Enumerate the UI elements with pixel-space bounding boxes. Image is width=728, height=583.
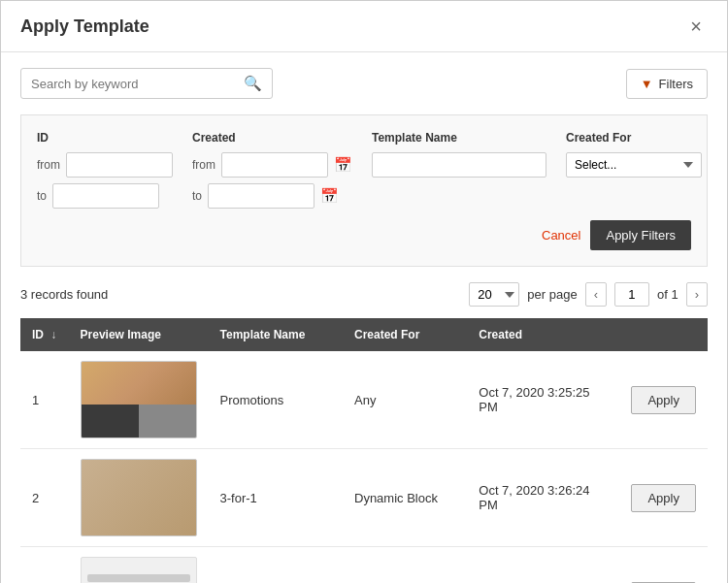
table-header-row: ID ↓ Preview Image Template Name Created… xyxy=(20,318,708,351)
per-page-label: per page xyxy=(527,287,577,302)
id-from-row: from xyxy=(37,152,173,178)
modal-body: 🔍 ▼ Filters ID from to xyxy=(1,52,727,583)
row-1-action: Apply xyxy=(619,351,708,449)
id-from-label: from xyxy=(37,158,60,172)
created-filter-group: Created from 📅 to 📅 xyxy=(192,131,352,209)
col-header-created: Created xyxy=(467,318,619,351)
id-filter-label: ID xyxy=(37,131,173,145)
created-from-input[interactable] xyxy=(221,152,328,178)
table-row: 3 column-lists Product Oct 7, 2020 3:28:… xyxy=(20,547,708,584)
row-2-preview-image xyxy=(81,459,197,536)
next-page-button[interactable]: › xyxy=(686,282,708,307)
search-button[interactable]: 🔍 xyxy=(244,75,262,92)
row-3-id: 3 xyxy=(20,547,69,584)
modal-title: Apply Template xyxy=(20,16,149,37)
row-3-action: Apply xyxy=(619,547,708,584)
close-button[interactable]: × xyxy=(684,15,708,38)
filter-actions: Cancel Apply Filters xyxy=(37,220,691,250)
col-header-template-name: Template Name xyxy=(209,318,343,351)
row-3-created: Oct 7, 2020 3:28:18 PM xyxy=(467,547,619,584)
col-header-preview: Preview Image xyxy=(69,318,209,351)
row-2-apply-button[interactable]: Apply xyxy=(631,484,696,512)
page-number-input[interactable] xyxy=(614,282,649,307)
template-name-filter-label: Template Name xyxy=(372,131,546,145)
template-name-input[interactable] xyxy=(372,152,546,178)
created-to-calendar-icon[interactable]: 📅 xyxy=(320,187,339,205)
row-1-id: 1 xyxy=(20,351,69,449)
created-filter-label: Created xyxy=(192,131,352,145)
created-from-row: from 📅 xyxy=(192,152,352,178)
row-1-created: Oct 7, 2020 3:25:25 PM xyxy=(467,351,619,449)
id-sort-icon: ↓ xyxy=(50,328,56,341)
col-header-created-for: Created For xyxy=(343,318,467,351)
created-to-input[interactable] xyxy=(208,183,314,209)
filters-button[interactable]: ▼ Filters xyxy=(626,69,708,99)
id-from-input[interactable] xyxy=(66,152,173,178)
created-from-calendar-icon[interactable]: 📅 xyxy=(334,156,352,174)
row-1-preview xyxy=(69,351,209,449)
apply-template-modal: Apply Template × 🔍 ▼ Filters ID from xyxy=(0,0,728,583)
row-1-apply-button[interactable]: Apply xyxy=(631,386,696,414)
template-name-filter-group: Template Name xyxy=(372,131,546,178)
table-row: 1 Promotions Any Oct 7, 2020 3:25:25 PM xyxy=(20,351,708,449)
row-2-action: Apply xyxy=(619,449,708,547)
row-1-template-name: Promotions xyxy=(209,351,343,449)
preview-top-image xyxy=(82,362,196,405)
table-info-row: 3 records found 20 50 100 per page ‹ of … xyxy=(20,282,708,307)
id-to-row: to xyxy=(37,183,173,209)
per-page-select[interactable]: 20 50 100 xyxy=(469,282,519,307)
apply-filters-button[interactable]: Apply Filters xyxy=(590,220,691,250)
filter-section: ID from to Created from xyxy=(20,114,708,267)
created-to-label: to xyxy=(192,189,202,203)
filter-row: ID from to Created from xyxy=(37,131,691,209)
search-filters-row: 🔍 ▼ Filters xyxy=(20,68,708,99)
created-for-select[interactable]: Select... Any Product Dynamic Block xyxy=(566,152,702,178)
search-input[interactable] xyxy=(31,77,244,91)
table-row: 2 3-for-1 Dynamic Block Oct 7, 2020 3:26… xyxy=(20,449,708,547)
id-to-label: to xyxy=(37,189,47,203)
prev-page-button[interactable]: ‹ xyxy=(585,282,607,307)
filter-icon: ▼ xyxy=(641,77,653,91)
records-found: 3 records found xyxy=(20,287,108,302)
row-2-template-name: 3-for-1 xyxy=(209,449,343,547)
cancel-filters-button[interactable]: Cancel xyxy=(542,228,580,243)
row-2-id: 2 xyxy=(20,449,69,547)
row-1-created-for: Any xyxy=(343,351,467,449)
row-3-created-for: Product xyxy=(343,547,467,584)
row-3-preview-image xyxy=(81,557,197,583)
search-box: 🔍 xyxy=(20,68,273,99)
placeholder-line-1 xyxy=(87,574,190,582)
row-1-preview-image xyxy=(81,361,197,438)
row-3-preview xyxy=(69,547,209,584)
created-for-filter-label: Created For xyxy=(566,131,702,145)
filters-button-label: Filters xyxy=(659,77,693,91)
row-3-template-name: column-lists xyxy=(209,547,343,584)
preview-bottom-left xyxy=(82,405,139,437)
total-pages: of 1 xyxy=(657,287,678,302)
pagination-controls: 20 50 100 per page ‹ of 1 › xyxy=(469,282,708,307)
id-to-input[interactable] xyxy=(52,183,159,209)
preview-bottom-panels xyxy=(82,405,196,437)
col-header-id[interactable]: ID ↓ xyxy=(20,318,69,351)
created-from-label: from xyxy=(192,158,215,172)
preview-bottom-right xyxy=(139,405,196,437)
created-to-row: to 📅 xyxy=(192,183,352,209)
modal-header: Apply Template × xyxy=(1,1,727,52)
col-header-action xyxy=(619,318,708,351)
id-filter-group: ID from to xyxy=(37,131,173,209)
templates-table: ID ↓ Preview Image Template Name Created… xyxy=(20,318,708,583)
row-2-created-for: Dynamic Block xyxy=(343,449,467,547)
created-for-filter-group: Created For Select... Any Product Dynami… xyxy=(566,131,702,178)
row-2-created: Oct 7, 2020 3:26:24 PM xyxy=(467,449,619,547)
row-2-preview xyxy=(69,449,209,547)
